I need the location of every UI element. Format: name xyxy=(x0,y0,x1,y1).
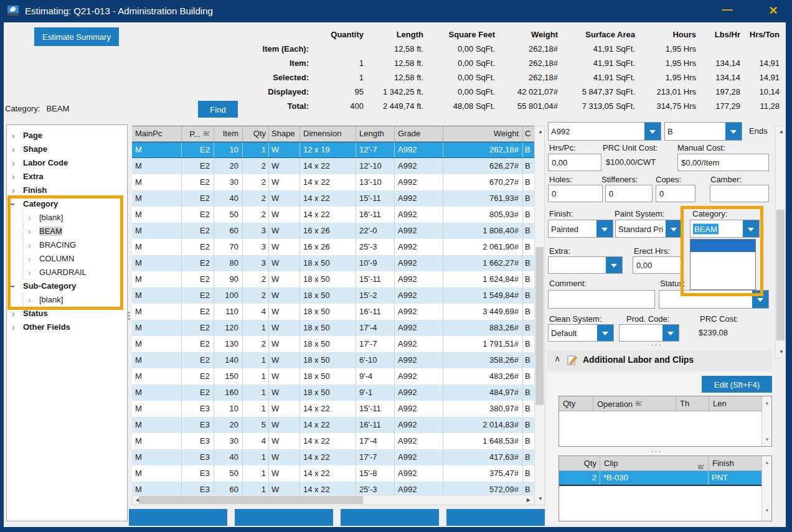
col-dimension[interactable]: Dimension xyxy=(300,126,356,141)
chevron-down-icon[interactable] xyxy=(662,325,679,341)
table-row[interactable]: M E3 30 4 W 14 x 22 17'-4 A992 1 648,53#… xyxy=(132,433,534,449)
holes-field[interactable] xyxy=(548,185,603,202)
col-item[interactable]: Item xyxy=(214,126,243,141)
estimate-summary-button[interactable]: Estimate Summary xyxy=(34,27,119,46)
tree-item[interactable]: BEAM xyxy=(7,225,127,238)
footer-button[interactable] xyxy=(446,509,545,526)
footer-button[interactable] xyxy=(341,509,439,526)
scroll-down-icon[interactable]: ▼ xyxy=(765,508,770,513)
expander-icon[interactable] xyxy=(28,266,37,279)
ops-col-operation[interactable]: Operation xyxy=(593,396,676,411)
expander-icon[interactable] xyxy=(12,279,21,293)
grade-combobox[interactable]: A992 xyxy=(548,122,661,141)
clips-col-clip[interactable]: Clip xyxy=(600,456,709,470)
table-row[interactable]: M E2 60 3 W 16 x 26 22'-0 A992 1 808,40#… xyxy=(132,223,534,239)
table-row[interactable]: M E2 110 4 W 18 x 50 16'-11 A992 3 449,6… xyxy=(132,304,534,320)
panel-vertical-scrollbar[interactable]: ▲ ▼ xyxy=(775,126,786,358)
expander-icon[interactable] xyxy=(12,142,21,156)
table-row[interactable]: M E2 10 1 W 12 x 19 12'-7 A992 262,18# B xyxy=(132,142,534,158)
col-qty[interactable]: Qty xyxy=(243,126,269,141)
table-row[interactable]: M E2 70 3 W 16 x 26 25'-3 A992 2 061,90#… xyxy=(132,239,534,255)
comment-field[interactable] xyxy=(548,290,655,309)
expander-icon[interactable] xyxy=(28,238,37,252)
dropdown-option[interactable] xyxy=(691,240,755,252)
table-row[interactable]: M E2 120 1 W 18 x 50 17'-4 A992 883,26# … xyxy=(132,320,534,336)
chevron-down-icon[interactable] xyxy=(597,325,613,341)
table-row[interactable]: M E2 140 1 W 18 x 50 6'-10 A992 358,26# … xyxy=(132,352,534,368)
tree-item[interactable]: Extra xyxy=(7,170,127,184)
operations-scrollbar[interactable]: ▲ ▼ xyxy=(761,396,771,446)
expander-icon[interactable] xyxy=(12,320,21,334)
chevron-down-icon[interactable] xyxy=(596,220,613,237)
tree-item[interactable]: Category xyxy=(7,197,127,211)
expander-icon[interactable] xyxy=(28,225,37,238)
dropdown-option[interactable] xyxy=(691,252,755,264)
grid-vertical-scrollbar[interactable]: ▲ ▼ xyxy=(534,126,545,505)
col-weight[interactable]: Weight xyxy=(443,126,523,141)
table-row[interactable]: M E3 20 5 W 14 x 22 16'-11 A992 2 014,83… xyxy=(132,417,534,433)
expander-icon[interactable] xyxy=(12,184,21,197)
expander-icon[interactable] xyxy=(12,197,21,211)
table-row[interactable]: M E2 50 2 W 14 x 22 16'-11 A992 805,93# … xyxy=(132,207,534,223)
tree-item[interactable]: Shape xyxy=(7,142,127,156)
tree-item[interactable]: Status xyxy=(7,307,127,320)
expander-icon[interactable] xyxy=(12,170,21,184)
chevron-down-icon[interactable] xyxy=(644,123,661,140)
category-combobox[interactable]: BEAM xyxy=(690,220,760,238)
chevron-down-icon[interactable] xyxy=(606,257,622,273)
scroll-up-icon[interactable]: ▲ xyxy=(538,129,543,134)
clips-scrollbar[interactable]: ▲ ▼ xyxy=(761,456,771,521)
table-row[interactable]: M E2 80 3 W 18 x 50 10'-9 A992 1 662,27#… xyxy=(132,255,534,271)
table-row[interactable]: M E2 130 2 W 18 x 50 17'-7 A992 1 791,51… xyxy=(132,336,534,352)
clips-col-finish[interactable]: Finish xyxy=(709,456,763,470)
col-category[interactable]: C xyxy=(523,126,534,141)
scroll-up-icon[interactable]: ▲ xyxy=(765,460,770,465)
prod-code-combobox[interactable] xyxy=(619,324,679,342)
extra-combobox[interactable] xyxy=(548,256,623,274)
tree-item[interactable]: Labor Code xyxy=(7,156,127,170)
panel-scroll-thumb[interactable] xyxy=(776,210,785,340)
chevron-down-icon[interactable] xyxy=(666,220,682,237)
footer-button[interactable] xyxy=(129,509,227,526)
col-shape[interactable]: Shape xyxy=(269,126,300,141)
scroll-right-icon[interactable]: ▶ xyxy=(527,498,530,503)
scroll-down-icon[interactable]: ▼ xyxy=(765,437,770,442)
table-row[interactable]: M E3 60 1 W 14 x 22 25'-3 A992 572,09# B xyxy=(132,482,534,495)
horizontal-scroll-thumb[interactable] xyxy=(139,496,363,504)
scroll-up-icon[interactable]: ▲ xyxy=(765,400,770,406)
dropdown-option[interactable] xyxy=(691,277,755,289)
minimize-button[interactable]: — xyxy=(715,0,740,22)
table-row[interactable]: M E3 50 1 W 14 x 22 15'-8 A992 375,47# B xyxy=(132,465,534,482)
grid-horizontal-scrollbar[interactable]: ◀ ▶ xyxy=(132,495,534,505)
footer-button[interactable] xyxy=(235,509,333,526)
end-combobox[interactable]: B xyxy=(664,122,742,141)
table-row[interactable]: M E2 40 2 W 14 x 22 15'-11 A992 761,93# … xyxy=(132,190,534,207)
col-mainpc[interactable]: MainPc xyxy=(132,126,182,141)
tree-item[interactable]: Page xyxy=(7,129,127,142)
ops-col-qty[interactable]: Qty xyxy=(559,396,593,411)
copes-field[interactable] xyxy=(656,185,695,202)
tree-item[interactable]: Other Fields xyxy=(7,320,127,334)
scroll-down-icon[interactable]: ▼ xyxy=(538,497,543,502)
table-row[interactable]: M E2 30 2 W 14 x 22 13'-10 A992 670,27# … xyxy=(132,174,534,190)
scroll-up-icon[interactable]: ▲ xyxy=(779,129,784,134)
chevron-down-icon[interactable] xyxy=(752,291,768,308)
camber-field[interactable] xyxy=(710,185,769,202)
panel-splitter-handle[interactable]: ••• xyxy=(127,311,131,336)
tree-item[interactable]: [blank] xyxy=(7,211,127,225)
expander-icon[interactable] xyxy=(28,252,37,266)
expander-icon[interactable] xyxy=(28,211,37,225)
table-row[interactable]: M E2 150 1 W 18 x 50 9'-4 A992 483,26# B xyxy=(132,368,534,385)
table-row[interactable]: M E2 20 2 W 14 x 22 12'-10 A992 626,27# … xyxy=(132,158,534,174)
vertical-scroll-thumb[interactable] xyxy=(535,247,544,405)
tree-item[interactable]: COLUMN xyxy=(7,252,127,266)
ops-col-th[interactable]: Th xyxy=(676,396,709,411)
erect-hrs-field[interactable] xyxy=(633,256,682,274)
stiffeners-field[interactable] xyxy=(605,185,653,202)
tree-item[interactable]: Sub-Category xyxy=(7,279,127,293)
tree-item[interactable]: GUARDRAIL xyxy=(7,266,127,279)
tree-item[interactable]: BRACING xyxy=(7,238,127,252)
chevron-down-icon[interactable] xyxy=(725,123,742,140)
edit-clips-button[interactable]: Edit (Sft+F4) xyxy=(702,376,772,393)
manual-cost-field[interactable] xyxy=(677,154,769,171)
